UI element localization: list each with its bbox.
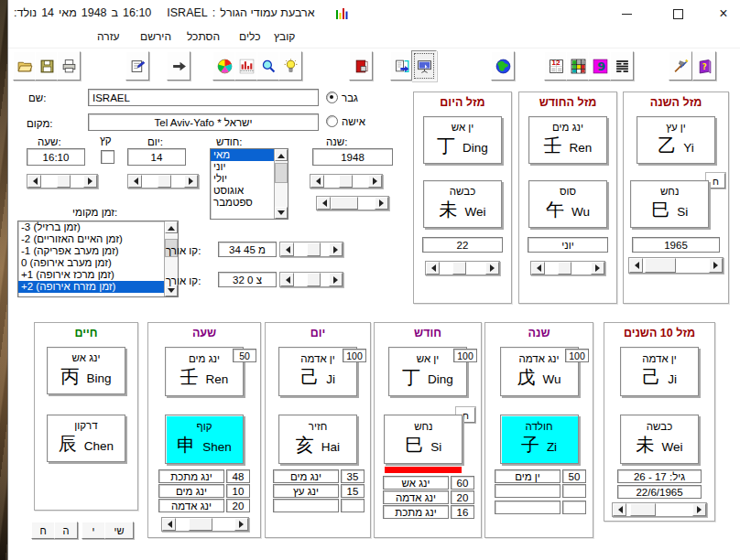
- menu-view[interactable]: הסתכל: [187, 30, 220, 43]
- stem-pinyin: Ding: [462, 141, 488, 155]
- month-sign-value[interactable]: יוני: [528, 237, 608, 253]
- presentation-screen-icon[interactable]: [411, 50, 437, 81]
- time-input[interactable]: 16:10: [27, 148, 85, 166]
- menu-register[interactable]: הירשם: [140, 30, 171, 43]
- luck-branch-stamp[interactable]: כבשה未Wei: [620, 415, 699, 464]
- save-floppy-icon[interactable]: [35, 51, 59, 81]
- time-spinner[interactable]: [27, 174, 98, 188]
- day-input[interactable]: 14: [127, 148, 186, 166]
- day-branch-stamp[interactable]: כבשה未Wei: [423, 180, 502, 228]
- tools-icon[interactable]: [669, 51, 692, 81]
- close-button[interactable]: ×: [704, 0, 740, 27]
- life-branch-stamp[interactable]: דרקון辰Chen: [47, 415, 125, 462]
- life-stem-stamp[interactable]: ינג אש丙Bing: [47, 347, 125, 394]
- latitude-spinner[interactable]: [279, 272, 343, 287]
- month-item[interactable]: יולי: [211, 173, 274, 185]
- luck-age-range: 26 - 17 :גיל: [617, 469, 702, 483]
- print-icon[interactable]: [57, 51, 81, 81]
- footer-button-yud[interactable]: י: [82, 522, 105, 539]
- month-scrollbar[interactable]: [274, 149, 288, 219]
- timezone-item[interactable]: +1 (זמן מרכז אירופה): [18, 269, 164, 281]
- hidden-element-row: ינג מים10: [158, 484, 250, 498]
- title-bar[interactable]: נולד:14מאי1948ב16:10ISRAEL:ארבעת עמודי ה…: [8, 0, 740, 27]
- year-stem-stamp[interactable]: ין עץ乙Yi: [637, 116, 715, 164]
- month-branch-stamp[interactable]: סוס午Wu: [528, 180, 607, 228]
- timezone-item[interactable]: -3 (זמן ברזיל): [18, 221, 164, 233]
- timezone-item-selected[interactable]: +2 (זמן מזרח אירופה): [18, 281, 164, 293]
- day-branch-stamp[interactable]: חזיר亥Hai: [278, 415, 357, 464]
- timezone-item[interactable]: -1 (זמן מערב אפריקה): [18, 245, 164, 257]
- element-label: ין מים: [495, 469, 560, 483]
- dst-label: קץ: [100, 135, 112, 145]
- luck-stem-stamp[interactable]: ין אדמה己Ji: [620, 347, 699, 396]
- svg-text:12: 12: [551, 59, 560, 67]
- menu-file[interactable]: קובץ: [274, 30, 295, 43]
- year-spinner[interactable]: [310, 174, 383, 188]
- timezone-listbox[interactable]: -3 (זמן ברזיל) -2 (זמן האיים האזוריים) -…: [17, 221, 179, 297]
- day-sign-value[interactable]: 22: [422, 237, 503, 253]
- globe-icon[interactable]: [491, 51, 515, 81]
- element-value: 35: [341, 469, 365, 483]
- year-branch-stamp[interactable]: חולדה子Zi: [500, 415, 579, 464]
- month-branch-stamp[interactable]: נחש巳Si: [384, 415, 462, 464]
- menu-help[interactable]: עזרה: [97, 30, 120, 43]
- footer-button-het[interactable]: ח: [31, 522, 55, 539]
- month-item[interactable]: ספטמבר: [211, 197, 274, 209]
- open-folder-icon[interactable]: [13, 51, 37, 81]
- month-sign-spinner[interactable]: [530, 261, 605, 275]
- pie-chart-icon[interactable]: [212, 51, 236, 81]
- footer-button-heh[interactable]: ה: [54, 522, 78, 539]
- branch-pinyin: Zi: [547, 440, 557, 454]
- hour-branch-stamp[interactable]: קוף申Shen: [165, 415, 244, 464]
- month-item[interactable]: אוגוסט: [211, 185, 274, 197]
- zoom-magnifier-icon[interactable]: [256, 51, 280, 81]
- stem-hebrew: ינג אדמה: [519, 353, 560, 364]
- nine-star-icon[interactable]: 9: [588, 51, 612, 81]
- desktop-wallpaper: נולד:14מאי1948ב16:10ISRAEL:ארבעת עמודי ה…: [0, 0, 740, 560]
- year-fine-spinner[interactable]: [316, 196, 389, 210]
- exit-book-icon[interactable]: [349, 51, 373, 81]
- month-item-selected[interactable]: מאי: [211, 149, 274, 161]
- scroll-down-icon[interactable]: [275, 207, 288, 219]
- footer-button-shai[interactable]: שי: [104, 522, 134, 539]
- longitude-input[interactable]: 34 45 מ: [218, 242, 277, 257]
- year-branch-stamp[interactable]: נחש巳Si: [630, 180, 709, 228]
- day-sign-spinner[interactable]: [425, 261, 500, 275]
- latitude-input[interactable]: 32 0 צ: [218, 272, 277, 287]
- year-sign-spinner[interactable]: [628, 257, 724, 274]
- month-listbox[interactable]: מאי יוני יולי אוגוסט ספטמבר: [210, 148, 288, 220]
- help-book-icon[interactable]: ?: [692, 51, 716, 81]
- longitude-spinner[interactable]: [279, 242, 343, 257]
- stem-pinyin: Wu: [542, 372, 560, 386]
- hour-strength-badge: 50: [233, 349, 256, 362]
- tips-bulb-icon[interactable]: [278, 51, 302, 81]
- maximize-button[interactable]: [658, 0, 697, 27]
- bar-chart-icon[interactable]: [234, 51, 258, 81]
- branch-hanzi: 未: [636, 433, 654, 458]
- gender-female-radio[interactable]: אישה: [326, 115, 365, 127]
- minimize-button[interactable]: [607, 0, 646, 27]
- forward-arrow-icon[interactable]: [167, 51, 190, 81]
- timezone-item[interactable]: -2 (זמן האיים האזוריים): [18, 233, 164, 245]
- scroll-up-icon[interactable]: [165, 221, 178, 233]
- month-item[interactable]: יוני: [211, 161, 274, 173]
- properties-form-icon[interactable]: [125, 51, 149, 81]
- place-input[interactable]: Tel Aviv-Yafo * ישראל: [88, 113, 319, 131]
- month-stem-stamp[interactable]: ינג מים壬Ren: [528, 116, 607, 164]
- hour-pillar-spinner[interactable]: [161, 517, 249, 532]
- loshu-grid-icon[interactable]: [566, 51, 590, 81]
- menu-tools[interactable]: כלים: [239, 30, 260, 43]
- gender-male-radio[interactable]: גבר: [326, 92, 358, 103]
- luck-period-spinner[interactable]: [612, 502, 707, 517]
- year-sign-value[interactable]: 1965: [632, 237, 720, 253]
- dst-checkbox[interactable]: [101, 150, 114, 164]
- year-label: שנה:: [326, 136, 347, 147]
- name-input[interactable]: ISRAEL: [88, 89, 319, 106]
- timezone-item[interactable]: 0 (זמן מערב אירופה): [18, 257, 164, 269]
- scroll-up-icon[interactable]: [275, 149, 288, 161]
- day-spinner[interactable]: [127, 174, 199, 188]
- day-stem-stamp[interactable]: ין אש丁Ding: [423, 116, 502, 164]
- hexagram-lines-icon[interactable]: [610, 51, 634, 81]
- year-input[interactable]: 1948: [312, 148, 393, 166]
- calendar-12-icon[interactable]: 12: [544, 51, 568, 81]
